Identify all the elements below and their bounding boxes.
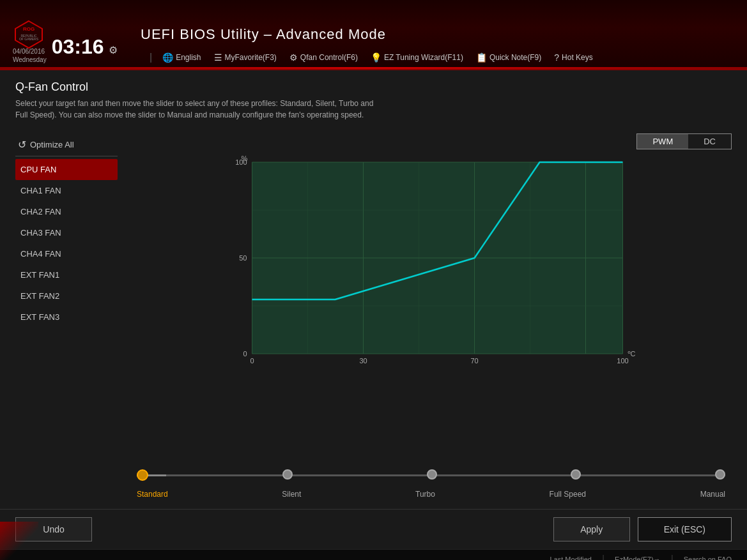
fan-list: ↺ Optimize All CPU FAN CHA1 FAN CHA2 FAN… (15, 133, 118, 499)
apply-button[interactable]: Apply (553, 517, 630, 541)
pwm-button[interactable]: PWM (637, 134, 688, 149)
quicknote-label: Quick Note(F9) (489, 53, 541, 62)
svg-text:50: 50 (239, 254, 247, 262)
svg-text:100: 100 (617, 357, 628, 365)
label-fullspeed: Full Speed (550, 490, 586, 499)
page-title: Q-Fan Control (15, 80, 732, 94)
day-text: Wednesday (13, 56, 47, 64)
svg-text:0: 0 (243, 350, 247, 358)
slider-point-fullspeed[interactable] (571, 469, 581, 480)
time-display: 03:16 (52, 35, 104, 59)
label-silent: Silent (282, 490, 301, 499)
svg-text:%: % (242, 156, 248, 162)
page-header: Q-Fan Control Select your target fan and… (15, 80, 732, 121)
slider-point-standard[interactable] (137, 469, 148, 481)
header: ROG REPUBLIC OF GAMERS UEFI BIOS Utility… (0, 0, 747, 70)
page-desc-line2: Full Speed). You can also move the slide… (15, 109, 590, 121)
content-area: ↺ Optimize All CPU FAN CHA1 FAN CHA2 FAN… (15, 133, 732, 499)
nav-myfavorite[interactable]: ☰ MyFavorite(F3) (209, 51, 282, 64)
svg-text:30: 30 (359, 357, 367, 365)
main-content: Q-Fan Control Select your target fan and… (0, 70, 747, 509)
bottom-bar: Undo Apply Exit (ESC) (0, 509, 747, 549)
slider-point-turbo[interactable] (427, 469, 437, 480)
nav-language[interactable]: 🌐 English (157, 51, 206, 64)
slider-point-silent[interactable] (282, 469, 293, 480)
exit-button[interactable]: Exit (ESC) (638, 517, 732, 541)
dc-button[interactable]: DC (688, 134, 731, 149)
hotkeys-icon: ? (554, 52, 559, 63)
page-desc-line1: Select your target fan and then move the… (15, 98, 590, 109)
undo-button[interactable]: Undo (15, 517, 92, 541)
svg-text:70: 70 (470, 357, 478, 365)
chart-container: PWM DC (130, 133, 732, 499)
ez-mode-link[interactable]: EzMode(F7)→ (615, 556, 661, 561)
fan-item-cha1[interactable]: CHA1 FAN (15, 180, 118, 201)
hotkeys-label: Hot Keys (562, 53, 593, 62)
fan-item-ext1[interactable]: EXT FAN1 (15, 264, 118, 285)
label-turbo: Turbo (415, 490, 435, 499)
datetime-area: 04/06/2016 Wednesday 03:16 ⚙ (13, 35, 118, 64)
search-faq-link[interactable]: Search on FAQ (684, 556, 732, 561)
top-nav: | 🌐 English ☰ MyFavorite(F3) ⚙ Qfan Cont… (147, 51, 598, 64)
optimize-icon: ↺ (18, 139, 26, 151)
status-sep1: | (602, 554, 605, 561)
title-area: UEFI BIOS Utility – Advanced Mode (128, 26, 747, 43)
slider-area: Standard Silent Turbo Full Speed Manual (130, 465, 732, 499)
last-modified: Last Modified (550, 556, 592, 561)
optimize-all-label: Optimize All (30, 140, 74, 149)
right-buttons: Apply Exit (ESC) (553, 517, 732, 541)
globe-icon: 🌐 (162, 52, 173, 63)
qfan-icon: ⚙ (289, 52, 298, 63)
fan-item-cha2[interactable]: CHA2 FAN (15, 201, 118, 222)
fan-curve-chart: 100 50 0 % 0 30 70 100 ºC (130, 156, 732, 367)
myfavorite-label: MyFavorite(F3) (225, 53, 277, 62)
nav-qfan[interactable]: ⚙ Qfan Control(F6) (284, 51, 363, 64)
svg-text:0: 0 (250, 357, 254, 365)
optimize-all-button[interactable]: ↺ Optimize All (15, 133, 118, 156)
svg-text:ºC: ºC (628, 350, 636, 358)
svg-text:ROG: ROG (23, 26, 35, 32)
eztuning-label: EZ Tuning Wizard(F11) (384, 53, 463, 62)
qfan-label: Qfan Control(F6) (300, 53, 358, 62)
chart-wrapper: 100 50 0 % 0 30 70 100 ºC (130, 156, 732, 453)
fan-item-cha4[interactable]: CHA4 FAN (15, 243, 118, 264)
language-label: English (176, 53, 201, 62)
favorite-icon: ☰ (214, 52, 222, 63)
bios-title: UEFI BIOS Utility – Advanced Mode (141, 26, 734, 43)
fan-item-cpu[interactable]: CPU FAN (15, 159, 118, 180)
pwm-dc-toggle[interactable]: PWM DC (636, 133, 732, 149)
settings-gear-icon[interactable]: ⚙ (109, 44, 118, 56)
fan-item-cha3[interactable]: CHA3 FAN (15, 222, 118, 243)
slider-labels: Standard Silent Turbo Full Speed Manual (137, 490, 725, 499)
ez-icon: 💡 (371, 52, 381, 63)
label-manual: Manual (700, 490, 725, 499)
status-bar: Last Modified | EzMode(F7)→ | Search on … (0, 549, 747, 560)
nav-hotkeys[interactable]: ? Hot Keys (549, 51, 597, 64)
nav-sep1: | (150, 52, 152, 63)
slider-track-container[interactable] (137, 465, 725, 485)
label-standard: Standard (137, 490, 168, 499)
slider-point-manual[interactable] (715, 469, 725, 480)
status-sep2: | (671, 554, 674, 561)
fan-item-ext3[interactable]: EXT FAN3 (15, 306, 118, 328)
date-text: 04/06/2016 (13, 47, 47, 56)
note-icon: 📋 (476, 52, 487, 63)
nav-eztuning[interactable]: 💡 EZ Tuning Wizard(F11) (366, 51, 468, 64)
fan-item-ext2[interactable]: EXT FAN2 (15, 285, 118, 306)
nav-quicknote[interactable]: 📋 Quick Note(F9) (471, 51, 546, 64)
